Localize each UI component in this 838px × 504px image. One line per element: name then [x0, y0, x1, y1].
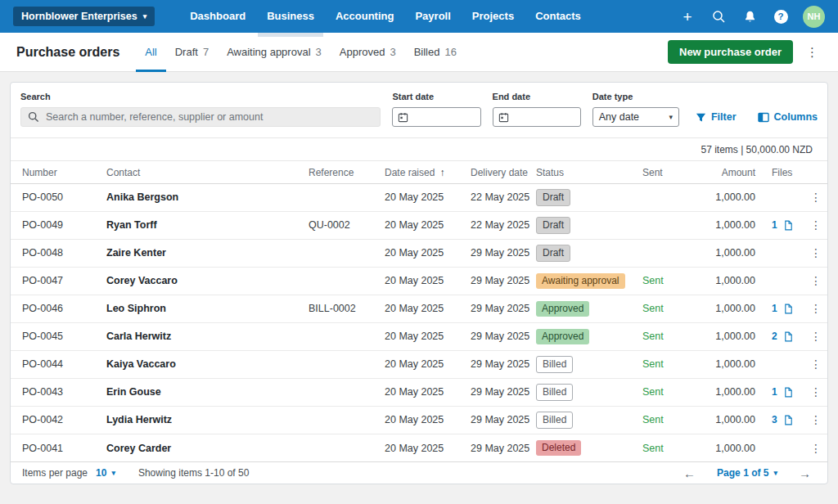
filter-button[interactable]: Filter: [696, 111, 737, 123]
tab-awaiting-approval[interactable]: Awaiting approval 3: [218, 33, 331, 72]
date-type-value: Any date: [599, 111, 639, 123]
po-reference: QU-0002: [309, 211, 385, 239]
po-sent-status: [642, 239, 706, 267]
files-link[interactable]: 2: [772, 331, 794, 342]
columns-icon: [758, 112, 769, 123]
tab-billed[interactable]: Billed 16: [405, 33, 466, 72]
start-date-input[interactable]: [392, 107, 480, 127]
search-input[interactable]: [20, 107, 381, 127]
po-amount: 1,000.00: [706, 183, 772, 211]
header-sent[interactable]: Sent: [642, 161, 706, 183]
columns-button[interactable]: Columns: [758, 111, 818, 123]
create-new-button[interactable]: +: [675, 4, 700, 29]
table-row[interactable]: PO-0049Ryan TorffQU-000220 May 202522 Ma…: [11, 211, 827, 239]
row-menu-button[interactable]: ⋮: [805, 411, 827, 429]
header-number[interactable]: Number: [11, 161, 106, 183]
start-date-block: Start date: [392, 92, 480, 127]
header-date-raised[interactable]: Date raised↑: [385, 161, 471, 183]
table-row[interactable]: PO-0043Erin Gouse20 May 202529 May 2025B…: [11, 378, 827, 406]
po-date-raised: 20 May 2025: [385, 211, 471, 239]
files-count: 1: [772, 219, 777, 231]
notifications-button[interactable]: [737, 4, 762, 29]
po-number: PO-0050: [11, 183, 106, 211]
po-contact: Leo Siphron: [106, 295, 309, 322]
new-purchase-order-button[interactable]: New purchase order: [668, 40, 793, 64]
po-contact: Kaiya Vaccaro: [106, 350, 309, 378]
header-files[interactable]: Files: [772, 161, 804, 183]
po-number: PO-0043: [11, 378, 106, 406]
header-contact[interactable]: Contact: [106, 161, 309, 183]
files-link[interactable]: 3: [772, 414, 794, 425]
table-row[interactable]: PO-0041Corey Carder20 May 202529 May 202…: [11, 434, 827, 461]
bell-icon: [743, 10, 757, 24]
tab-all[interactable]: All: [136, 33, 165, 72]
tab-approved[interactable]: Approved 3: [331, 33, 405, 72]
row-menu-button[interactable]: ⋮: [805, 188, 827, 206]
organisation-name: Hornblower Enterprises: [21, 11, 137, 22]
row-menu-button[interactable]: ⋮: [805, 216, 827, 234]
table-row[interactable]: PO-0044Kaiya Vaccaro20 May 202529 May 20…: [11, 350, 827, 378]
tab-draft[interactable]: Draft 7: [166, 33, 218, 72]
nav-contacts[interactable]: Contacts: [525, 0, 592, 33]
row-menu-button[interactable]: ⋮: [805, 244, 827, 262]
previous-page-button[interactable]: ←: [680, 465, 699, 482]
table-row[interactable]: PO-0045Carla Herwitz20 May 202529 May 20…: [11, 322, 827, 350]
help-button[interactable]: ?: [768, 4, 793, 29]
po-files-cell: [772, 239, 804, 267]
table-row[interactable]: PO-0050Anika Bergson20 May 202522 May 20…: [11, 183, 827, 211]
row-menu-button[interactable]: ⋮: [805, 272, 827, 290]
files-count: 2: [772, 331, 777, 342]
chevron-down-icon: ▾: [773, 469, 777, 477]
po-delivery-date: 29 May 2025: [471, 239, 536, 267]
nav-payroll[interactable]: Payroll: [404, 0, 461, 33]
files-link[interactable]: 1: [772, 303, 794, 314]
row-menu-button[interactable]: ⋮: [805, 439, 827, 457]
filter-label: Filter: [711, 111, 737, 123]
table-row[interactable]: PO-0042Lydia Herwitz20 May 202529 May 20…: [11, 406, 827, 434]
file-icon: [783, 220, 794, 231]
po-amount: 1,000.00: [706, 211, 772, 239]
po-menu-cell: ⋮: [804, 322, 827, 350]
status-tabs: All Draft 7 Awaiting approval 3 Approved…: [136, 33, 466, 72]
global-search-button[interactable]: [706, 4, 731, 29]
header-amount[interactable]: Amount: [706, 161, 772, 183]
files-link[interactable]: 1: [772, 386, 794, 398]
sort-ascending-icon: ↑: [439, 167, 444, 178]
row-menu-button[interactable]: ⋮: [805, 383, 827, 401]
items-per-page-label: Items per page: [22, 467, 88, 479]
table-row[interactable]: PO-0046Leo SiphronBILL-000220 May 202529…: [11, 295, 827, 322]
table-row[interactable]: PO-0048Zaire Kenter20 May 202529 May 202…: [11, 239, 827, 267]
results-summary: 57 items | 50,000.00 NZD: [11, 138, 827, 161]
nav-accounting[interactable]: Accounting: [325, 0, 405, 33]
date-type-select[interactable]: Any date ▾: [592, 107, 679, 127]
items-per-page-select[interactable]: 10 ▾: [96, 467, 115, 479]
files-link[interactable]: 1: [772, 219, 794, 231]
page-label: Page 1 of 5: [717, 467, 768, 479]
po-contact: Erin Gouse: [106, 378, 309, 406]
filter-funnel-icon: [696, 112, 706, 123]
table-row[interactable]: PO-0047Corey Vaccaro20 May 202529 May 20…: [11, 267, 827, 295]
arrow-left-icon: ←: [683, 466, 696, 480]
file-icon: [783, 387, 794, 398]
status-badge: Billed: [536, 412, 573, 429]
po-amount: 1,000.00: [706, 239, 772, 267]
nav-projects[interactable]: Projects: [462, 0, 525, 33]
page-select[interactable]: Page 1 of 5 ▾: [717, 467, 777, 479]
organisation-menu-button[interactable]: Hornblower Enterprises ▾: [13, 7, 155, 26]
nav-business[interactable]: Business: [256, 0, 325, 33]
nav-dashboard[interactable]: Dashboard: [179, 0, 256, 33]
avatar[interactable]: NH: [803, 6, 825, 28]
row-menu-button[interactable]: ⋮: [805, 299, 827, 317]
header-status[interactable]: Status: [536, 161, 642, 183]
next-page-button[interactable]: →: [795, 465, 814, 482]
row-menu-button[interactable]: ⋮: [805, 355, 827, 373]
page-menu-button[interactable]: ⋮: [800, 43, 825, 61]
po-contact: Zaire Kenter: [106, 239, 309, 267]
calendar-icon: [398, 112, 408, 123]
end-date-input[interactable]: [493, 107, 581, 127]
help-icon: ?: [774, 10, 788, 24]
po-menu-cell: ⋮: [804, 211, 827, 239]
header-delivery-date[interactable]: Delivery date: [471, 161, 536, 183]
header-reference[interactable]: Reference: [309, 161, 385, 183]
row-menu-button[interactable]: ⋮: [805, 327, 827, 345]
